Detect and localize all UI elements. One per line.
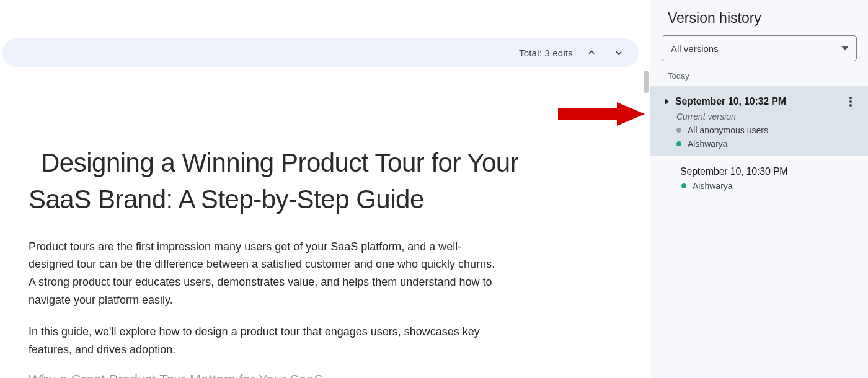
chevron-down-icon [613, 46, 625, 59]
contributor-label: Aishwarya [688, 139, 728, 149]
version-more-button[interactable] [842, 93, 859, 110]
caret-down-icon [841, 45, 849, 52]
version-timestamp: September 10, 10:30 PM [680, 166, 787, 177]
document-paragraph: In this guide, we'll explore how to desi… [29, 323, 500, 359]
svg-point-2 [849, 104, 852, 107]
version-history-panel: Version history All versions Today Septe… [650, 0, 868, 378]
edits-toolbar: Total: 3 edits [2, 38, 639, 67]
contributor-label: All anonymous users [688, 125, 768, 135]
indent-spacer [663, 168, 675, 175]
contributor-dot [681, 183, 686, 188]
document-paragraph: Product tours are the first impression m… [29, 238, 500, 309]
chevron-up-icon [585, 46, 598, 59]
contributor-label: Aishwarya [693, 181, 733, 191]
more-vertical-icon [849, 97, 852, 107]
prev-edit-button[interactable] [583, 44, 600, 61]
expand-triangle-icon[interactable] [663, 98, 670, 105]
svg-point-0 [849, 97, 852, 99]
version-filter-dropdown[interactable]: All versions [662, 35, 857, 61]
svg-point-1 [849, 100, 852, 103]
filter-label: All versions [671, 43, 719, 54]
document-heading-struck: Why a Great Product Tour Matters for You… [29, 372, 551, 378]
version-timestamp: September 10, 10:32 PM [675, 96, 786, 107]
version-item-selected[interactable]: September 10, 10:32 PM Current version A… [650, 86, 868, 156]
version-contributor: All anonymous users [676, 125, 859, 135]
version-contributor: Aishwarya [681, 181, 859, 191]
version-contributor: Aishwarya [676, 139, 859, 149]
next-edit-button[interactable] [610, 44, 627, 61]
top-spacer [0, 0, 650, 38]
total-edits-label: Total: 3 edits [519, 48, 573, 58]
contributor-dot [676, 128, 681, 133]
version-group-label: Today [650, 69, 868, 86]
version-subtitle: Current version [676, 112, 859, 121]
contributor-dot [676, 141, 681, 146]
version-item[interactable]: September 10, 10:30 PM Aishwarya [650, 156, 868, 198]
document-page: Designing a Winning Product Tour for You… [0, 71, 650, 378]
document-title: Designing a Winning Product Tour for You… [29, 145, 551, 218]
main-area: Total: 3 edits Designing a Winning Produ… [0, 0, 650, 378]
panel-title: Version history [650, 6, 868, 35]
document-viewport[interactable]: Designing a Winning Product Tour for You… [0, 71, 650, 378]
